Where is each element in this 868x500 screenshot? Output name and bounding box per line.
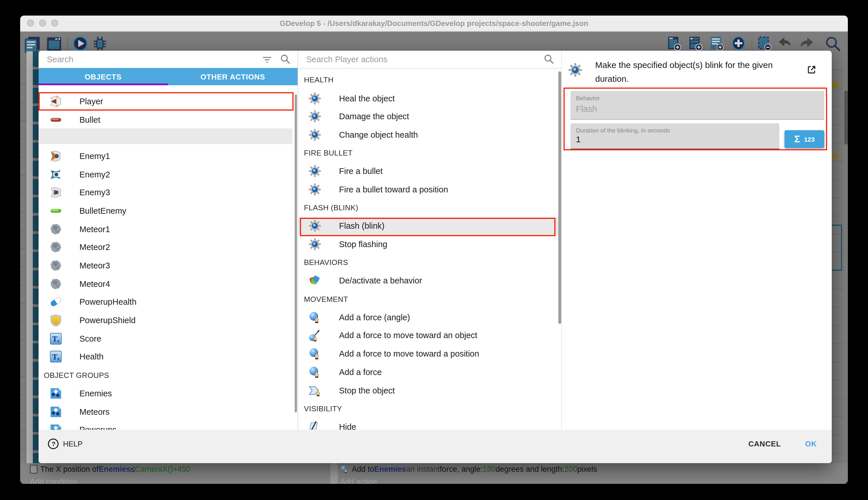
selected-object-row-highlight xyxy=(38,128,292,144)
object-label: Enemy1 xyxy=(80,151,110,161)
event-sheet-scrollbar[interactable] xyxy=(844,90,848,144)
group-row-powerups[interactable]: Powerups xyxy=(38,421,297,430)
group-row-enemies[interactable]: Enemies xyxy=(38,384,297,402)
object-row-meteor4[interactable]: Meteor4 xyxy=(38,275,297,293)
action-row-add-force-angle[interactable]: Add a force (angle) xyxy=(297,308,561,326)
object-row-enemy1[interactable]: Enemy1 xyxy=(38,147,297,165)
tab-other-actions[interactable]: OTHER ACTIONS xyxy=(168,68,298,85)
action-row-add-force[interactable]: Add a force xyxy=(297,363,561,381)
behavior-field[interactable]: Behavior Flash xyxy=(570,91,824,120)
event-condition[interactable]: The X position of Enemies ≤ CameraX()+45… xyxy=(30,465,190,473)
action-label: Add a force to move toward an object xyxy=(339,331,477,340)
action-row-flash-blink[interactable]: Flash (blink) xyxy=(297,217,561,235)
object-row-meteor1[interactable]: Meteor1 xyxy=(38,220,297,238)
actions-list: HEALTH Heal the object Damage the object… xyxy=(297,68,561,430)
action-row-force-toward-position[interactable]: Add a force to move toward a position xyxy=(297,345,561,363)
behavior-field-value: Flash xyxy=(576,103,597,113)
action-label: Damage the object xyxy=(339,112,409,121)
object-row-meteor2[interactable]: Meteor2 xyxy=(38,238,297,256)
player-ship-icon xyxy=(49,95,62,108)
condition-checkbox-icon[interactable] xyxy=(30,465,37,473)
debug-icon[interactable] xyxy=(92,35,108,52)
action-row-heal[interactable]: Heal the object xyxy=(297,89,561,107)
search-icon[interactable] xyxy=(280,54,291,65)
expression-digits: 123 xyxy=(804,136,815,143)
object-label: Meteor2 xyxy=(80,243,110,252)
action-label: Stop the object xyxy=(339,386,395,395)
screenshot-stage: T x ? xyxy=(0,0,868,500)
add-external-events-icon[interactable] xyxy=(687,35,703,51)
objects-list: Player Bullet Background Enemy1 xyxy=(38,85,297,430)
action-label: Fire a bullet xyxy=(339,167,383,176)
action-row-fire-bullet-position[interactable]: Fire a bullet toward a position xyxy=(297,180,561,198)
action-row-stop-flashing[interactable]: Stop flashing xyxy=(297,235,561,253)
action-row-stop-object[interactable]: Stop the object xyxy=(297,381,561,399)
tab-objects[interactable]: OBJECTS xyxy=(38,68,168,85)
action-label: Add a force to move toward a position xyxy=(339,349,479,358)
actions-scrollbar[interactable] xyxy=(558,71,561,323)
expression-editor-button[interactable]: Σ 123 xyxy=(785,130,824,148)
help-button[interactable]: HELP xyxy=(47,438,83,450)
object-row-enemy2[interactable]: Enemy2 xyxy=(38,165,297,183)
section-header-flash: FLASH (BLINK) xyxy=(297,199,561,217)
add-resource-icon[interactable] xyxy=(730,35,747,51)
event-action[interactable]: Add to Enemies an instant force, angle: … xyxy=(340,465,597,473)
object-label: Meteor1 xyxy=(80,224,110,234)
object-tabs: OBJECTS OTHER ACTIONS xyxy=(38,68,297,85)
text-object-icon xyxy=(49,332,62,345)
object-row-health[interactable]: Health xyxy=(38,348,297,366)
action-text: force, angle: xyxy=(440,465,483,473)
action-row-change-health[interactable]: Change object health xyxy=(297,126,561,144)
add-scene-icon[interactable] xyxy=(666,35,682,51)
object-row-meteor3[interactable]: Meteor3 xyxy=(38,256,297,274)
objects-scrollbar[interactable] xyxy=(294,94,297,412)
action-row-fire-bullet[interactable]: Fire a bullet xyxy=(297,162,561,180)
add-action-link[interactable]: Add action xyxy=(340,477,377,484)
enemy2-ship-icon xyxy=(49,168,62,181)
remove-tab-icon[interactable] xyxy=(756,35,772,51)
object-row-poweruphealth[interactable]: PowerupHealth xyxy=(38,293,297,311)
object-label: PowerupHealth xyxy=(80,297,137,307)
action-row-hide[interactable]: Hide xyxy=(297,418,561,430)
action-row-deactivate-behavior[interactable]: De/activate a behavior xyxy=(297,272,561,290)
object-row-score[interactable]: Score xyxy=(38,329,297,348)
object-group-icon xyxy=(49,423,62,430)
action-row-damage[interactable]: Damage the object xyxy=(297,107,561,126)
filter-icon[interactable] xyxy=(261,54,273,65)
object-row-bullet[interactable]: Bullet xyxy=(38,110,297,128)
object-label: Player xyxy=(80,97,103,106)
actions-search-field[interactable]: Search Player actions xyxy=(297,50,561,69)
ok-button[interactable]: OK xyxy=(805,440,817,448)
open-in-new-icon[interactable] xyxy=(806,64,817,75)
pill-icon xyxy=(49,296,62,308)
object-label: Score xyxy=(80,334,101,343)
group-label: Powerups xyxy=(80,425,117,430)
group-row-meteors[interactable]: Meteors xyxy=(38,402,297,421)
search-icon[interactable] xyxy=(543,54,554,65)
objects-panel: Search OBJECTS OTHER ACTIONS Player xyxy=(38,50,298,430)
duration-field[interactable]: Duration of the blinking, in seconds 1 xyxy=(570,123,779,149)
section-header-fire-bullet: FIRE BULLET xyxy=(297,144,561,162)
gear-icon xyxy=(308,183,321,196)
action-label: Hide xyxy=(339,422,356,430)
object-row-player[interactable]: Player xyxy=(38,92,297,110)
cancel-button[interactable]: CANCEL xyxy=(748,440,781,448)
add-external-layout-icon[interactable] xyxy=(708,35,725,51)
scene-editor-icon[interactable] xyxy=(46,35,63,52)
action-object: Enemies xyxy=(374,465,406,473)
project-manager-icon[interactable] xyxy=(24,35,42,53)
object-row-enemy3[interactable]: Enemy3 xyxy=(38,183,297,202)
object-row-powerupshield[interactable]: PowerupShield xyxy=(38,311,297,329)
action-row-force-toward-object[interactable]: Add a force to move toward an object xyxy=(297,326,561,344)
undo-icon[interactable] xyxy=(776,35,793,52)
duration-field-value: 1 xyxy=(576,134,581,144)
search-icon[interactable] xyxy=(824,35,842,52)
redo-icon[interactable] xyxy=(798,35,816,53)
play-icon[interactable] xyxy=(72,35,89,52)
group-label: Meteors xyxy=(80,407,110,416)
add-condition-link[interactable]: Add condition xyxy=(30,477,77,484)
object-row-bulletenemy[interactable]: BulletEnemy xyxy=(38,202,297,220)
condition-object: Enemies xyxy=(99,465,131,473)
object-group-icon xyxy=(49,387,62,400)
objects-search-field[interactable]: Search xyxy=(38,50,297,69)
